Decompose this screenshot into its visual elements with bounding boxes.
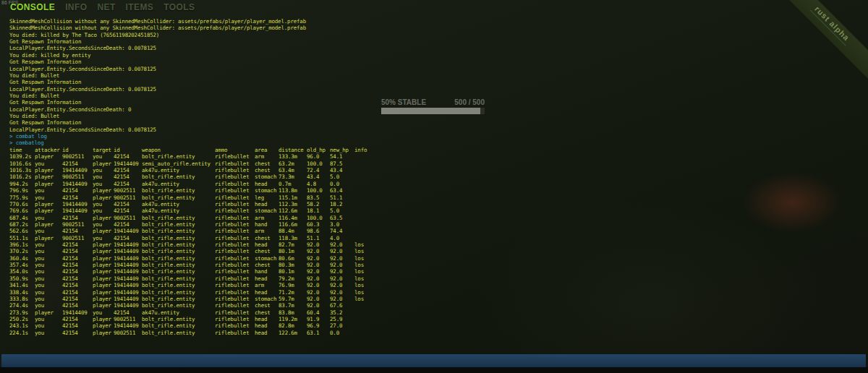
cell-attacker: player (35, 235, 62, 241)
cell-new-hp: 63.5 (330, 215, 354, 221)
cell-new-hp: 18.2 (330, 201, 354, 207)
cell-attacker-id: 19414409 (62, 201, 93, 207)
cell-target: player (93, 322, 114, 329)
log-line: Got Respawn Information (9, 79, 718, 85)
table-row: 1016.3splayer19414409you42154ak47u.entit… (9, 167, 376, 173)
cell-distance: 83.7m (278, 302, 307, 309)
cell-distance: 59.7m (278, 296, 307, 302)
cell-info (354, 153, 376, 160)
cell-old-hp: 92.0 (307, 268, 330, 275)
cell-target-id: 19414409 (114, 241, 142, 248)
header-old-hp: old_hp (307, 147, 330, 153)
cell-distance: 88.4m (278, 228, 307, 234)
cell-new-hp: 25.9 (330, 316, 354, 322)
cell-attacker: you (35, 275, 62, 282)
cell-time: 333.8s (9, 296, 35, 302)
cell-target: player (93, 296, 114, 302)
table-row: 1039.2splayer9002511you42154bolt_rifle.e… (9, 153, 376, 160)
cell-target: you (93, 221, 114, 228)
cell-new-hp: 92.0 (330, 255, 354, 262)
header-attacker: attacker (35, 147, 62, 153)
table-row: 562.6syou42154player19414409bolt_rifle.e… (9, 228, 376, 234)
cell-attacker-id: 42154 (62, 296, 93, 302)
cell-target: you (93, 153, 114, 160)
cell-ammo: riflebullet (215, 309, 255, 316)
cell-attacker-id: 9002511 (62, 173, 93, 180)
console-log[interactable]: SkinnedMeshCollision without any Skinned… (9, 18, 718, 147)
cell-time: 341.4s (9, 282, 35, 288)
cell-distance: 82.7m (278, 241, 307, 248)
bottom-edge-strip (0, 367, 868, 373)
cell-info (354, 173, 376, 180)
cell-time: 796.9s (9, 187, 35, 194)
table-row: 687.2splayer9002511you42154bolt_rifle.en… (9, 221, 376, 228)
cell-attacker: player (35, 309, 62, 316)
cell-area: head (255, 181, 278, 187)
cell-info (354, 187, 376, 194)
cell-attacker-id: 19414409 (62, 207, 93, 214)
cell-weapon: bolt_rifle.entity (142, 262, 215, 268)
tab-items[interactable]: ITEMS (126, 2, 154, 12)
cell-new-hp: 92.0 (330, 282, 354, 288)
cell-attacker: you (35, 241, 62, 248)
command-line: > combat log (9, 133, 718, 140)
cell-attacker-id: 42154 (62, 248, 93, 254)
cell-old-hp: 4.8 (307, 181, 330, 187)
cell-target-id: 19414409 (114, 160, 142, 167)
cell-new-hp: 92.0 (330, 241, 354, 248)
cell-distance: 116.6m (278, 221, 307, 228)
cell-new-hp: 63.4 (330, 187, 354, 194)
cell-time: 1016.2s (9, 173, 35, 180)
console-input-bar[interactable] (1, 354, 866, 367)
cell-distance: 115.1m (278, 194, 307, 201)
cell-new-hp: 54.1 (330, 153, 354, 160)
combat-log-table: timeattackeridtargetidweaponammoareadist… (9, 147, 376, 336)
cell-info: los (354, 248, 376, 254)
cell-ammo: riflebullet (215, 282, 255, 288)
cell-area: chest (255, 167, 278, 173)
cell-ammo: riflebullet (215, 221, 255, 228)
cell-target-id: 42154 (114, 167, 142, 173)
console-tab-bar: CONSOLEINFONETITEMSTOOLS (10, 2, 195, 12)
cell-old-hp: 18.1 (307, 207, 330, 214)
cell-area: arm (255, 282, 278, 288)
cell-area: stomach (255, 187, 278, 194)
cell-new-hp: 92.0 (330, 296, 354, 302)
cell-old-hp: 92.0 (307, 248, 330, 254)
cell-target: player (93, 187, 114, 194)
tab-console[interactable]: CONSOLE (10, 2, 55, 12)
cell-weapon: ak47u.entity (142, 167, 215, 173)
cell-attacker: you (35, 302, 62, 309)
tab-net[interactable]: NET (97, 2, 115, 12)
cell-new-hp: 74.4 (330, 228, 354, 234)
table-row: 341.4syou42154player19414409bolt_rifle.e… (9, 282, 376, 288)
tab-info[interactable]: INFO (65, 2, 87, 12)
cell-old-hp: 91.9 (307, 316, 330, 322)
cell-target: you (93, 167, 114, 173)
cell-attacker: you (35, 215, 62, 221)
log-line: LocalPlayer.Entity.SecondsSinceDeath: 0.… (9, 45, 718, 51)
cell-info (354, 201, 376, 207)
cell-target-id: 19414409 (114, 282, 142, 288)
cell-time: 1039.2s (9, 153, 35, 160)
log-line: You died: Bullet (9, 72, 718, 79)
tab-tools[interactable]: TOOLS (163, 2, 195, 12)
cell-distance: 118.3m (278, 235, 307, 241)
cell-target: player (93, 302, 114, 309)
health-value: 500 / 500 (454, 98, 485, 106)
header-distance: distance (278, 147, 307, 153)
cell-area: chest (255, 309, 278, 316)
cell-info (354, 228, 376, 234)
cell-new-hp: 92.0 (330, 262, 354, 268)
cell-area: chest (255, 235, 278, 241)
header-time: time (9, 147, 35, 153)
cell-attacker-id: 19414409 (62, 309, 93, 316)
cell-info (354, 221, 376, 228)
cell-info (354, 207, 376, 214)
cell-area: stomach (255, 173, 278, 180)
table-row: 769.6splayer19414409you42154ak47u.entity… (9, 207, 376, 214)
cell-old-hp: 58.2 (307, 201, 330, 207)
cell-info (354, 160, 376, 167)
header-info: info (354, 147, 376, 153)
cell-weapon: ak47u.entity (142, 207, 215, 214)
